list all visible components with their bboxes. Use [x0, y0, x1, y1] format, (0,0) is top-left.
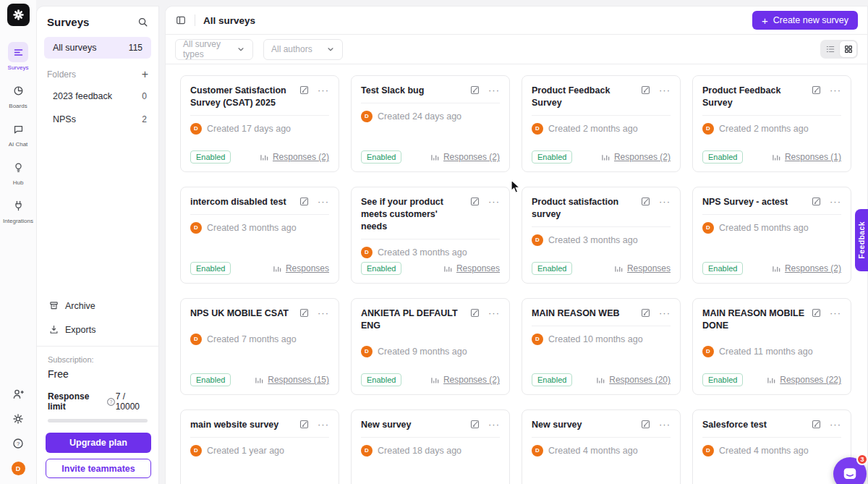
survey-card[interactable]: See if your product meets customers' nee… — [351, 187, 510, 284]
edit-survey-icon[interactable] — [640, 419, 651, 430]
user-avatar[interactable]: D — [12, 462, 25, 475]
survey-card[interactable]: Salesforce test ··· D Created 4 months a… — [692, 409, 851, 484]
app-logo[interactable] — [7, 4, 30, 26]
responses-link[interactable]: Responses — [613, 263, 671, 273]
help-tooltip-icon[interactable]: ? — [106, 397, 116, 407]
authors-dropdown[interactable]: All authors — [263, 39, 343, 60]
more-options-icon[interactable]: ··· — [488, 88, 500, 93]
divider — [361, 239, 500, 239]
more-options-icon[interactable]: ··· — [659, 88, 671, 93]
edit-survey-icon[interactable] — [640, 196, 651, 207]
survey-card[interactable]: Product satisfaction survey ··· D Create… — [522, 187, 681, 284]
edit-survey-icon[interactable] — [299, 196, 310, 207]
divider — [361, 338, 500, 339]
help-icon[interactable]: ? — [12, 437, 25, 450]
survey-card[interactable]: MAIN REASON WEB ··· D Created 10 months … — [522, 298, 681, 395]
edit-survey-icon[interactable] — [640, 307, 651, 318]
rail-item-boards[interactable]: Boards — [0, 80, 36, 109]
creator-avatar: D — [190, 334, 202, 345]
responses-link[interactable]: Responses (2) — [430, 375, 500, 385]
rail-item-ai-chat[interactable]: AI Chat — [0, 119, 36, 148]
survey-card[interactable]: Product Feedback Survey ··· D Created 2 … — [522, 75, 681, 172]
responses-link[interactable]: Responses (2) — [600, 152, 671, 162]
archive-item[interactable]: Archive — [37, 294, 158, 318]
edit-survey-icon[interactable] — [469, 85, 480, 95]
more-options-icon[interactable]: ··· — [659, 199, 671, 205]
exports-item[interactable]: Exports — [37, 318, 158, 341]
folder-item-2023-feedback[interactable]: 2023 feedback 0 — [37, 85, 158, 108]
more-options-icon[interactable]: ··· — [318, 199, 329, 205]
survey-card-title: New survey — [532, 419, 640, 431]
responses-link[interactable]: Responses (22) — [766, 375, 841, 385]
add-folder-icon[interactable]: + — [142, 69, 148, 80]
edit-survey-icon[interactable] — [811, 85, 822, 95]
grid-view-button[interactable] — [840, 41, 856, 57]
responses-link[interactable]: Responses (15) — [254, 375, 329, 385]
created-date: Created 11 months ago — [719, 347, 813, 357]
sidebar-item-all-surveys[interactable]: All surveys 115 — [44, 37, 151, 59]
more-options-icon[interactable]: ··· — [659, 310, 671, 316]
more-options-icon[interactable]: ··· — [318, 422, 329, 428]
edit-survey-icon[interactable] — [299, 419, 310, 430]
creator-avatar: D — [702, 123, 714, 135]
invite-teammates-button[interactable]: Invite teammates — [46, 459, 151, 478]
more-options-icon[interactable]: ··· — [318, 88, 329, 93]
survey-card[interactable]: NPS Survey - actest ··· D Created 5 mont… — [692, 187, 851, 284]
responses-link[interactable]: Responses (2) — [771, 263, 841, 273]
more-options-icon[interactable]: ··· — [488, 199, 500, 205]
responses-link[interactable]: Responses (1) — [771, 152, 841, 162]
edit-survey-icon[interactable] — [811, 307, 822, 318]
create-new-survey-button[interactable]: + Create new survey — [752, 11, 858, 30]
list-view-button[interactable] — [822, 41, 838, 57]
more-options-icon[interactable]: ··· — [830, 422, 841, 428]
survey-card-title: Product Feedback Survey — [532, 85, 640, 109]
edit-survey-icon[interactable] — [469, 419, 480, 430]
rail-item-integrations[interactable]: Integrations — [0, 195, 36, 224]
rail-item-surveys[interactable]: Surveys — [0, 42, 36, 71]
survey-types-dropdown[interactable]: All survey types — [175, 39, 253, 60]
more-options-icon[interactable]: ··· — [488, 310, 500, 316]
collapse-sidebar-icon[interactable] — [175, 14, 187, 26]
responses-link[interactable]: Responses — [443, 263, 500, 273]
responses-link[interactable]: Responses (2) — [430, 152, 500, 162]
chevron-down-icon — [237, 45, 245, 54]
survey-card[interactable]: NPS UK MOBILE CSAT ··· D Created 7 month… — [180, 298, 339, 395]
edit-survey-icon[interactable] — [299, 307, 310, 318]
edit-survey-icon[interactable] — [640, 85, 651, 95]
more-options-icon[interactable]: ··· — [830, 199, 841, 205]
invite-user-icon[interactable] — [12, 388, 25, 401]
more-options-icon[interactable]: ··· — [830, 88, 841, 93]
edit-survey-icon[interactable] — [299, 85, 310, 95]
settings-gear-icon[interactable] — [12, 412, 25, 425]
more-options-icon[interactable]: ··· — [488, 422, 500, 428]
logo-asterisk-icon — [12, 8, 25, 22]
divider — [190, 115, 329, 116]
responses-link[interactable]: Responses — [272, 263, 329, 273]
survey-card[interactable]: New survey ··· D Created 18 days ago — [351, 409, 510, 484]
bar-chart-icon — [613, 263, 624, 273]
edit-survey-icon[interactable] — [469, 307, 480, 318]
survey-card[interactable]: intercom disabled test ··· D Created 3 m… — [180, 187, 339, 284]
survey-card[interactable]: Product Feedback Survey ··· D Created 2 … — [692, 75, 851, 172]
upgrade-plan-button[interactable]: Upgrade plan — [46, 433, 151, 453]
creator-avatar: D — [361, 346, 373, 357]
more-options-icon[interactable]: ··· — [318, 310, 329, 316]
more-options-icon[interactable]: ··· — [830, 310, 841, 316]
rail-item-hub[interactable]: Hub — [0, 157, 36, 186]
responses-link[interactable]: Responses (20) — [595, 375, 671, 385]
search-icon[interactable] — [137, 17, 148, 27]
more-options-icon[interactable]: ··· — [659, 422, 671, 428]
survey-card[interactable]: MAIN REASON MOBILE DONE ··· D Created 11… — [692, 298, 851, 395]
edit-survey-icon[interactable] — [811, 196, 822, 207]
survey-card[interactable]: main website survey ··· D Created 1 year… — [180, 409, 339, 484]
folder-item-npss[interactable]: NPSs 2 — [37, 108, 158, 131]
responses-link[interactable]: Responses (2) — [259, 152, 329, 162]
survey-card[interactable]: New survey ··· D Created 4 months ago — [522, 409, 681, 484]
survey-card[interactable]: ANKIETA PL DEFAULT ENG ··· D Created 9 m… — [351, 298, 510, 395]
survey-card[interactable]: Customer Satisfaction Survey (CSAT) 2025… — [180, 75, 339, 172]
responses-label: Responses (2) — [273, 152, 329, 162]
edit-survey-icon[interactable] — [469, 196, 480, 207]
edit-survey-icon[interactable] — [811, 419, 822, 430]
survey-card[interactable]: Test Slack bug ··· D Created 24 days ago… — [351, 75, 510, 172]
feedback-tab[interactable]: Feedback — [855, 209, 868, 271]
